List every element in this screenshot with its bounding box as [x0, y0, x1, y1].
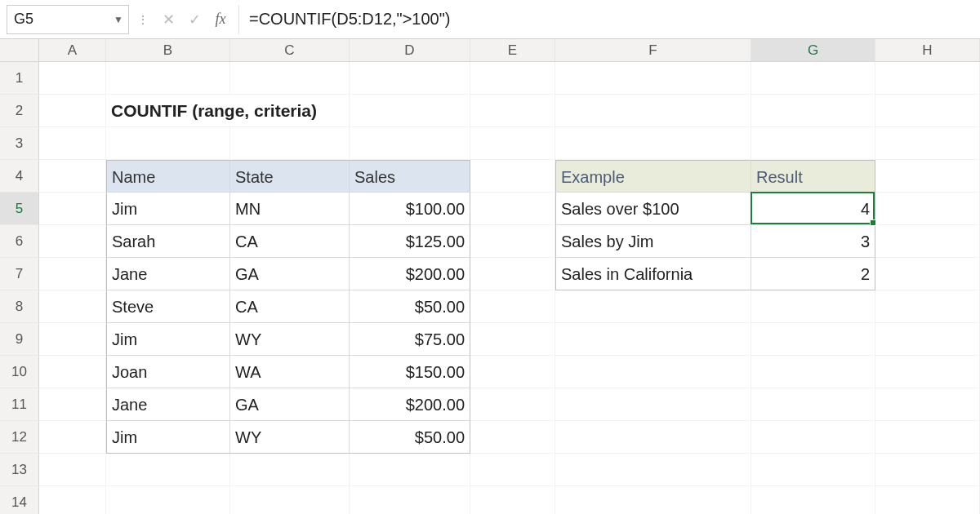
cell[interactable] [39, 356, 106, 388]
cell[interactable] [230, 486, 350, 514]
table-cell[interactable]: $200.00 [350, 388, 470, 421]
table-cell[interactable]: Jim [106, 421, 230, 454]
cell[interactable] [39, 486, 106, 514]
name-box-dropdown-icon[interactable]: ▼ [114, 14, 123, 25]
cell[interactable] [350, 486, 470, 514]
cell[interactable] [470, 454, 555, 486]
cell[interactable] [39, 95, 106, 127]
cell[interactable] [39, 258, 106, 290]
cell[interactable] [470, 356, 555, 388]
table-cell[interactable]: Jim [106, 323, 230, 356]
cell[interactable] [106, 454, 230, 486]
cell[interactable] [470, 323, 555, 356]
cell[interactable] [555, 323, 751, 356]
cell[interactable] [39, 454, 106, 486]
cell[interactable] [39, 127, 106, 160]
table-cell[interactable]: WY [230, 323, 350, 356]
cell[interactable] [106, 486, 230, 514]
table1-header-sales[interactable]: Sales [350, 160, 470, 193]
cell[interactable] [470, 225, 555, 258]
cell[interactable] [106, 127, 230, 160]
cell[interactable] [875, 454, 980, 486]
cell[interactable] [875, 290, 980, 323]
row-header-2[interactable]: 2 [0, 95, 39, 127]
table-cell[interactable]: GA [230, 258, 350, 290]
table-cell[interactable]: CA [230, 225, 350, 258]
cell[interactable] [230, 95, 350, 127]
cell[interactable] [350, 454, 470, 486]
row-header-6[interactable]: 6 [0, 225, 39, 258]
formula-input[interactable]: =COUNTIF(D5:D12,">100") [238, 5, 980, 34]
cell[interactable] [875, 193, 980, 225]
table-cell[interactable]: 2 [751, 258, 875, 290]
cell[interactable] [875, 486, 980, 514]
cell[interactable] [751, 486, 875, 514]
cell[interactable] [751, 454, 875, 486]
table1-header-name[interactable]: Name [106, 160, 230, 193]
cell[interactable] [39, 193, 106, 225]
cell[interactable] [555, 388, 751, 421]
row-header-1[interactable]: 1 [0, 62, 39, 95]
col-header-a[interactable]: A [39, 39, 106, 61]
table2-header-result[interactable]: Result [751, 160, 875, 193]
col-header-e[interactable]: E [470, 39, 555, 61]
cell[interactable] [470, 258, 555, 290]
table-cell[interactable]: 3 [751, 225, 875, 258]
cell[interactable] [875, 127, 980, 160]
cell[interactable] [350, 62, 470, 95]
table1-header-state[interactable]: State [230, 160, 350, 193]
cell[interactable] [39, 421, 106, 454]
col-header-c[interactable]: C [230, 39, 350, 61]
table-cell[interactable]: WA [230, 356, 350, 388]
cell[interactable] [751, 62, 875, 95]
row-header-14[interactable]: 14 [0, 486, 39, 514]
enter-icon[interactable]: ✓ [181, 5, 207, 34]
formula-bar-options-icon[interactable]: ⋮ [129, 5, 155, 34]
cell[interactable] [230, 454, 350, 486]
select-all-corner[interactable] [0, 39, 39, 61]
cell[interactable] [875, 225, 980, 258]
cell[interactable] [555, 62, 751, 95]
cell[interactable] [875, 356, 980, 388]
table-cell[interactable]: GA [230, 388, 350, 421]
cell[interactable] [230, 62, 350, 95]
cell[interactable] [470, 62, 555, 95]
table2-header-example[interactable]: Example [555, 160, 751, 193]
cell[interactable] [470, 388, 555, 421]
cell[interactable] [875, 388, 980, 421]
cell[interactable] [39, 290, 106, 323]
name-box[interactable]: G5 ▼ [7, 5, 129, 34]
table-cell[interactable]: Jim [106, 193, 230, 225]
col-header-h[interactable]: H [875, 39, 980, 61]
cancel-icon[interactable]: ✕ [155, 5, 181, 34]
row-header-3[interactable]: 3 [0, 127, 39, 160]
cell[interactable] [470, 486, 555, 514]
table-cell[interactable]: Sales in California [555, 258, 751, 290]
cell[interactable] [39, 388, 106, 421]
cell[interactable] [751, 290, 875, 323]
cell[interactable] [875, 323, 980, 356]
table-cell[interactable]: Jane [106, 258, 230, 290]
active-cell[interactable]: 4 [751, 193, 875, 225]
table-cell[interactable]: Sarah [106, 225, 230, 258]
cell[interactable] [555, 486, 751, 514]
cell[interactable] [751, 127, 875, 160]
col-header-g[interactable]: G [751, 39, 875, 61]
row-header-9[interactable]: 9 [0, 323, 39, 356]
col-header-f[interactable]: F [555, 39, 751, 61]
cell[interactable] [875, 258, 980, 290]
cell[interactable] [39, 62, 106, 95]
cell[interactable] [555, 95, 751, 127]
table-cell[interactable]: $125.00 [350, 225, 470, 258]
row-header-5[interactable]: 5 [0, 193, 39, 225]
col-header-d[interactable]: D [350, 39, 470, 61]
cell[interactable] [470, 127, 555, 160]
cell[interactable] [555, 421, 751, 454]
table-cell[interactable]: Sales by Jim [555, 225, 751, 258]
row-header-4[interactable]: 4 [0, 160, 39, 193]
table-cell[interactable]: CA [230, 290, 350, 323]
cell[interactable] [470, 290, 555, 323]
cell[interactable] [106, 62, 230, 95]
table-cell[interactable]: Joan [106, 356, 230, 388]
table-cell[interactable]: Jane [106, 388, 230, 421]
